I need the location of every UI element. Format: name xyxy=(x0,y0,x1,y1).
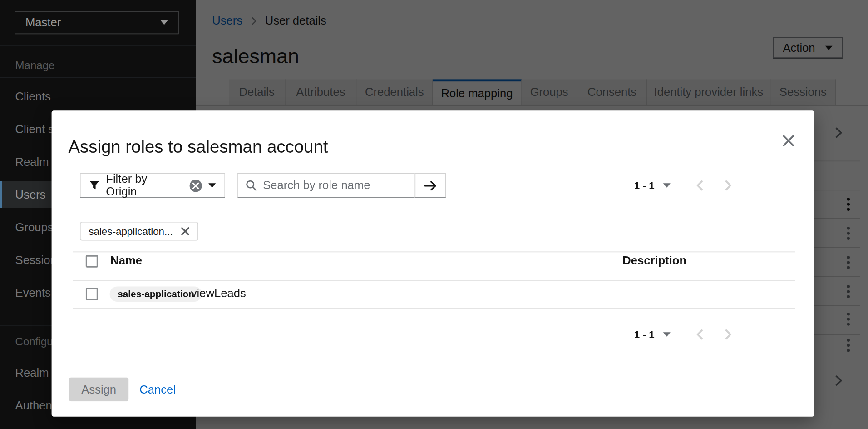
chevron-down-icon xyxy=(208,183,216,188)
table-divider xyxy=(73,280,795,281)
pagination-menu-icon[interactable] xyxy=(663,183,671,188)
clear-filter-icon[interactable] xyxy=(190,179,202,191)
column-header-name: Name xyxy=(110,254,142,268)
select-all-checkbox[interactable] xyxy=(86,255,98,268)
filter-by-origin-label: Filter by Origin xyxy=(106,172,180,199)
pagination-next-icon[interactable] xyxy=(725,180,731,191)
column-header-description: Description xyxy=(622,254,686,268)
table-divider xyxy=(73,308,795,309)
modal-title: Assign roles to salesman account xyxy=(68,137,328,157)
filter-icon xyxy=(89,180,99,190)
filter-chip: sales-application... xyxy=(80,222,198,241)
remove-chip-icon[interactable] xyxy=(181,227,189,235)
cancel-button[interactable]: Cancel xyxy=(139,377,176,401)
pagination-menu-icon[interactable] xyxy=(663,332,671,337)
app-root: Master Manage Clients Client scopes Real… xyxy=(0,0,868,429)
arrow-right-icon xyxy=(424,180,436,191)
pagination-next-icon[interactable] xyxy=(725,329,731,340)
search-group xyxy=(237,173,446,198)
pagination-prev-icon[interactable] xyxy=(696,329,703,340)
pagination-bottom: 1 - 1 xyxy=(634,322,731,347)
search-input[interactable] xyxy=(263,179,407,192)
pagination-top: 1 - 1 xyxy=(634,173,731,198)
search-submit-button[interactable] xyxy=(415,173,446,198)
role-name: viewLeads xyxy=(191,287,246,300)
assign-button[interactable]: Assign xyxy=(69,377,128,401)
search-box xyxy=(237,173,415,198)
client-badge: sales-application xyxy=(110,286,202,302)
assign-roles-modal: Assign roles to salesman account Filter … xyxy=(52,110,814,417)
filter-chip-label: sales-application... xyxy=(89,225,173,237)
row-checkbox[interactable] xyxy=(86,288,98,300)
close-icon[interactable] xyxy=(779,131,798,150)
pagination-range: 1 - 1 xyxy=(634,329,655,340)
filter-by-origin-dropdown[interactable]: Filter by Origin xyxy=(80,173,225,198)
pagination-prev-icon[interactable] xyxy=(696,180,703,191)
pagination-range: 1 - 1 xyxy=(634,180,655,191)
table-divider xyxy=(73,252,795,253)
search-icon xyxy=(246,180,257,191)
